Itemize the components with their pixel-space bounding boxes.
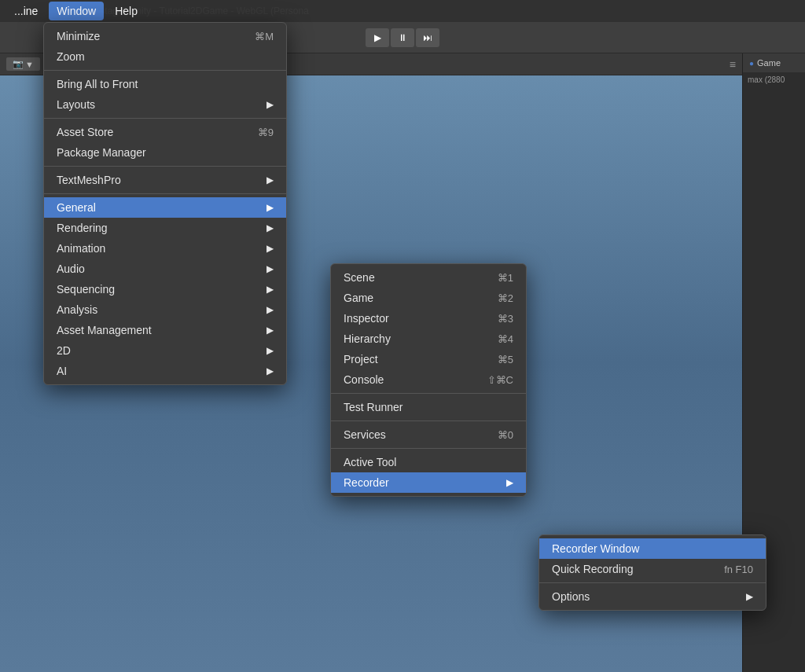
recorder-window-label: Recorder Window	[552, 542, 753, 555]
package-manager-label: Package Manager	[57, 146, 274, 159]
menu-item-general[interactable]: General ▶	[44, 197, 286, 218]
quick-recording-shortcut: fn F10	[724, 564, 753, 575]
game-panel-title: Game	[757, 58, 781, 68]
project-label: Project	[344, 353, 482, 365]
console-shortcut: ⇧⌘C	[487, 374, 513, 386]
inspector-label: Inspector	[344, 312, 482, 325]
asset-store-label: Asset Store	[57, 126, 242, 138]
services-shortcut: ⌘0	[498, 429, 513, 441]
textmeshpro-arrow-icon: ▶	[266, 174, 274, 185]
hierarchy-shortcut: ⌘4	[498, 333, 513, 345]
menu-item-asset-store[interactable]: Asset Store ⌘9	[44, 122, 286, 142]
submenu-item-recorder[interactable]: Recorder ▶	[331, 472, 526, 493]
menu-item-audio[interactable]: Audio ▶	[44, 259, 286, 279]
minimize-shortcut: ⌘M	[255, 31, 274, 42]
analysis-label: Analysis	[57, 303, 260, 316]
submenu-item-services[interactable]: Services ⌘0	[331, 424, 526, 445]
camera-icon: 📷	[13, 59, 24, 69]
animation-label: Animation	[57, 242, 260, 255]
separator-4	[44, 193, 286, 194]
game-panel-subtitle: max (2880	[743, 72, 805, 87]
recorder-submenu-item-window[interactable]: Recorder Window	[539, 538, 766, 559]
play-button[interactable]: ▶	[366, 28, 389, 47]
submenu-item-test-runner[interactable]: Test Runner	[331, 397, 526, 417]
minimize-label: Minimize	[57, 30, 239, 42]
pause-button[interactable]: ⏸	[391, 28, 414, 47]
menubar-item-engine[interactable]: ...ine	[6, 2, 46, 20]
recorder-label: Recorder	[344, 476, 500, 489]
help-label: Help	[115, 5, 138, 17]
submenu-separator-1	[331, 393, 526, 394]
analysis-arrow-icon: ▶	[266, 304, 274, 315]
recorder-submenu-item-quick[interactable]: Quick Recording fn F10	[539, 559, 766, 579]
submenu-item-game[interactable]: Game ⌘2	[331, 288, 526, 308]
rendering-arrow-icon: ▶	[266, 222, 274, 233]
menu-item-package-manager[interactable]: Package Manager	[44, 142, 286, 163]
inspector-shortcut: ⌘3	[498, 313, 513, 325]
2d-arrow-icon: ▶	[266, 345, 274, 356]
submenu-item-console[interactable]: Console ⇧⌘C	[331, 369, 526, 390]
camera-dropdown-icon: ▼	[25, 60, 34, 69]
services-label: Services	[344, 428, 482, 441]
scene-label: Scene	[344, 271, 482, 284]
submenu-item-active-tool[interactable]: Active Tool	[331, 452, 526, 472]
submenu-separator-2	[331, 420, 526, 421]
engine-label: ...ine	[14, 5, 38, 17]
asset-management-arrow-icon: ▶	[266, 325, 274, 336]
submenu-item-hierarchy[interactable]: Hierarchy ⌘4	[331, 329, 526, 349]
recorder-submenu-separator	[539, 582, 766, 583]
menu-item-animation[interactable]: Animation ▶	[44, 238, 286, 259]
menu-item-ai[interactable]: AI ▶	[44, 361, 286, 381]
game-shortcut: ⌘2	[498, 292, 513, 304]
submenu-item-scene[interactable]: Scene ⌘1	[331, 267, 526, 288]
submenu-separator-3	[331, 448, 526, 449]
submenu-item-project[interactable]: Project ⌘5	[331, 349, 526, 369]
layout-lines-icon: ≡	[730, 58, 736, 71]
project-shortcut: ⌘5	[498, 354, 513, 365]
camera-button[interactable]: 📷 ▼	[6, 57, 40, 71]
game-panel-header: ● Game	[743, 53, 805, 72]
zoom-label: Zoom	[57, 50, 274, 63]
menubar-item-window[interactable]: Window	[49, 2, 104, 20]
sequencing-label: Sequencing	[57, 283, 260, 296]
ai-label: AI	[57, 365, 260, 377]
options-arrow-icon: ▶	[746, 591, 753, 602]
test-runner-label: Test Runner	[344, 401, 513, 413]
rendering-label: Rendering	[57, 222, 260, 234]
menu-item-2d[interactable]: 2D ▶	[44, 340, 286, 361]
game-label: Game	[344, 292, 482, 304]
menu-item-sequencing[interactable]: Sequencing ▶	[44, 279, 286, 299]
menu-item-asset-management[interactable]: Asset Management ▶	[44, 320, 286, 340]
submenu-item-inspector[interactable]: Inspector ⌘3	[331, 308, 526, 329]
console-label: Console	[344, 373, 472, 386]
audio-arrow-icon: ▶	[266, 263, 274, 274]
ai-arrow-icon: ▶	[266, 365, 274, 376]
recorder-submenu: Recorder Window Quick Recording fn F10 O…	[539, 534, 766, 611]
active-tool-label: Active Tool	[344, 456, 513, 468]
menu-item-analysis[interactable]: Analysis ▶	[44, 299, 286, 320]
layouts-arrow-icon: ▶	[266, 99, 274, 110]
recorder-arrow-icon: ▶	[506, 477, 513, 488]
step-button[interactable]: ⏭	[416, 28, 439, 47]
general-arrow-icon: ▶	[266, 202, 274, 213]
menu-item-minimize[interactable]: Minimize ⌘M	[44, 26, 286, 46]
asset-management-label: Asset Management	[57, 324, 260, 336]
options-label: Options	[552, 590, 740, 603]
separator-2	[44, 118, 286, 119]
asset-store-shortcut: ⌘9	[258, 127, 274, 138]
menubar-item-help[interactable]: Help	[107, 2, 145, 20]
game-panel-circle: ●	[749, 59, 754, 68]
menu-item-layouts[interactable]: Layouts ▶	[44, 94, 286, 115]
layouts-label: Layouts	[57, 98, 260, 111]
menu-item-textmeshpro[interactable]: TextMeshPro ▶	[44, 170, 286, 190]
general-label: General	[57, 201, 260, 214]
menu-item-bring-all[interactable]: Bring All to Front	[44, 74, 286, 94]
scene-shortcut: ⌘1	[498, 272, 513, 284]
menu-item-rendering[interactable]: Rendering ▶	[44, 218, 286, 238]
animation-arrow-icon: ▶	[266, 243, 274, 254]
quick-recording-label: Quick Recording	[552, 563, 708, 575]
recorder-submenu-item-options[interactable]: Options ▶	[539, 586, 766, 607]
separator-3	[44, 166, 286, 167]
menu-item-zoom[interactable]: Zoom	[44, 46, 286, 67]
sequencing-arrow-icon: ▶	[266, 284, 274, 295]
